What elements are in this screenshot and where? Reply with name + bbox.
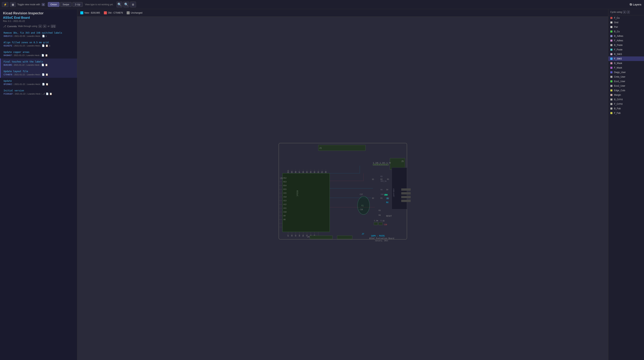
layer-color-swatch — [610, 35, 612, 37]
view-status-text: View type is not working yet. — [85, 3, 114, 6]
diff-icon[interactable]: ± — [46, 35, 47, 37]
svg-text:1V8: 1V8 — [375, 162, 378, 164]
svg-text:3V3: 3V3 — [382, 162, 385, 164]
file-icon[interactable]: 📋 — [45, 54, 48, 57]
view-onion-button[interactable]: Onion — [48, 2, 59, 7]
commit-meta: 0F299EC|2021-01-22|Leandro Heck|📄📋 — [4, 83, 74, 86]
pdf-icon[interactable]: 📄 — [42, 44, 45, 47]
commit-item[interactable]: Remove 3Ds, fix 3V3 and 1V8 switched lab… — [0, 30, 77, 39]
layer-item[interactable]: F_SilkS — [608, 56, 644, 61]
commit-item[interactable]: Update layout fileC704B76|2021-01-22|Lea… — [0, 68, 77, 78]
svg-text:A9: A9 — [284, 215, 286, 217]
svg-text:A13: A13 — [284, 200, 286, 202]
commit-author: Leandro Heck — [27, 73, 40, 76]
commit-meta: 8438A57|2021-01-23|Leandro Heck|📄📋 — [4, 54, 74, 57]
layer-item[interactable]: F_CrtYd — [608, 102, 644, 106]
file-icon[interactable]: 📋 — [46, 44, 48, 47]
zoom-out-button[interactable]: 🔍 — [123, 2, 129, 8]
legend-item: New - B281985 — [80, 11, 100, 14]
layer-item[interactable]: F_Mask — [608, 66, 644, 70]
layer-color-swatch — [610, 80, 612, 83]
layer-item[interactable]: Eco1_User — [608, 79, 644, 84]
svg-text:B14: B14 — [284, 185, 286, 187]
layer-item[interactable]: Dwgs_User — [608, 70, 644, 75]
layer-item[interactable]: F_Paste — [608, 47, 644, 52]
svg-text:GAPH — PUCRS: GAPH — PUCRS — [371, 235, 385, 237]
view-swipe-button[interactable]: Swipe — [60, 2, 72, 7]
legend-color-swatch — [127, 11, 130, 14]
commit-item[interactable]: Final touches with the labelsB281985|202… — [0, 59, 77, 68]
layer-item[interactable]: B_Fab — [608, 106, 644, 111]
layer-item[interactable]: F_Fab — [608, 111, 644, 115]
svg-text:Q2: Q2 — [372, 197, 374, 199]
commit-hash: C704B76 — [4, 73, 12, 76]
file-icon[interactable]: 📋 — [45, 64, 48, 66]
commit-item[interactable]: Update0F299EC|2021-01-22|Leandro Heck|📄📋 — [0, 78, 77, 87]
svg-text:3V3_On: 3V3_On — [380, 180, 387, 182]
svg-text:A4: A4 — [299, 235, 300, 237]
svg-rect-75 — [380, 164, 382, 165]
svg-text:TX: TX — [386, 198, 388, 200]
pdf-icon[interactable]: 📄 — [42, 54, 44, 57]
view-2up-button[interactable]: 2-Up — [72, 2, 82, 7]
svg-text:D1: D1 — [380, 197, 382, 199]
layer-item[interactable]: B_Mask — [608, 61, 644, 66]
svg-text:R4: R4 — [379, 214, 381, 216]
layer-item[interactable]: B_Adhes — [608, 34, 644, 38]
commit-hash: 8438A57 — [4, 54, 12, 56]
layer-name-label: Eco2_User — [614, 85, 625, 87]
file-icon[interactable]: 📋 — [46, 83, 48, 86]
pdf-icon[interactable]: 📄 — [42, 83, 45, 86]
layer-item[interactable]: Eco2_User — [608, 84, 644, 88]
svg-rect-89 — [401, 196, 411, 198]
zoom-in-button[interactable]: 🔍 — [116, 2, 122, 8]
layer-item[interactable]: B_CrtYd — [608, 97, 644, 102]
pdf-icon[interactable]: 📄 — [42, 73, 45, 76]
file-icon[interactable]: 📋 — [46, 73, 48, 76]
file-icon[interactable]: 📋 — [50, 92, 52, 95]
layer-color-swatch — [610, 71, 612, 73]
layer-item[interactable]: Margin — [608, 93, 644, 97]
svg-text:B8: B8 — [295, 171, 297, 173]
layer-item[interactable]: Pwr — [608, 25, 644, 29]
commit-date: 2021-02-09 — [14, 35, 25, 37]
svg-rect-77 — [384, 164, 386, 165]
git-icon[interactable]: ⎇ — [42, 92, 45, 95]
layer-item[interactable]: B_SilkS — [608, 52, 644, 56]
commit-item[interactable]: Update copper areas8438A57|2021-01-23|Le… — [0, 49, 77, 59]
layer-name-label: B_Mask — [614, 62, 622, 65]
layer-item[interactable]: Gnd — [608, 20, 644, 25]
pdf-icon[interactable]: 📄 — [42, 35, 45, 37]
canvas-area[interactable]: B12 B13 B14 B15 A15 A14 A13 A12 A11 A10 … — [77, 17, 608, 360]
layer-item[interactable]: Edge_Cuts — [608, 88, 644, 93]
pcb-view-button[interactable]: ▦ — [10, 2, 16, 7]
svg-text:5V: 5V — [389, 162, 391, 164]
layer-color-swatch — [610, 94, 612, 96]
svg-rect-2 — [282, 173, 330, 232]
schematic-view-button[interactable]: ⚡ — [2, 2, 8, 7]
layer-item[interactable]: B_Paste — [608, 43, 644, 47]
commit-hash: 6526EFE — [4, 45, 12, 47]
board-name: ASSoC Eval Board — [3, 16, 74, 20]
layer-item[interactable]: Cmts_User — [608, 75, 644, 79]
svg-text:G: G — [380, 162, 381, 164]
layer-item[interactable]: F_Adhes — [608, 38, 644, 43]
pdf-icon[interactable]: 📄 — [46, 92, 49, 95]
diff-icon[interactable]: ± — [49, 44, 50, 47]
legend-item: Unchanged — [127, 11, 142, 14]
layer-item[interactable]: F_Cu — [608, 16, 644, 20]
commit-meta: 6526EFE|2021-01-23|Leandro Heck|📄📋± — [4, 44, 74, 47]
commits-list: Remove 3Ds, fix 3V3 and 1V8 switched lab… — [0, 29, 77, 360]
zoom-fit-button[interactable]: ⊞ — [130, 2, 136, 8]
view-mode-buttons: Onion Swipe 2-Up — [48, 2, 82, 7]
commit-date: 2021-01-23 — [14, 45, 25, 47]
bracket-keys: [ / ] — [51, 25, 56, 28]
layer-item[interactable]: B_Cu — [608, 29, 644, 34]
svg-text:B6: B6 — [302, 171, 304, 173]
pdf-icon[interactable]: 📄 — [42, 64, 44, 66]
commit-item[interactable]: Initial versionFCD81EF|2021-01-22|Leandr… — [0, 87, 77, 97]
commit-item[interactable]: Align filled zones on 0.5 mm grid6526EFE… — [0, 39, 77, 49]
layer-color-swatch — [610, 62, 612, 64]
commit-message: Align filled zones on 0.5 mm grid — [4, 41, 74, 44]
layer-color-swatch — [610, 58, 612, 60]
